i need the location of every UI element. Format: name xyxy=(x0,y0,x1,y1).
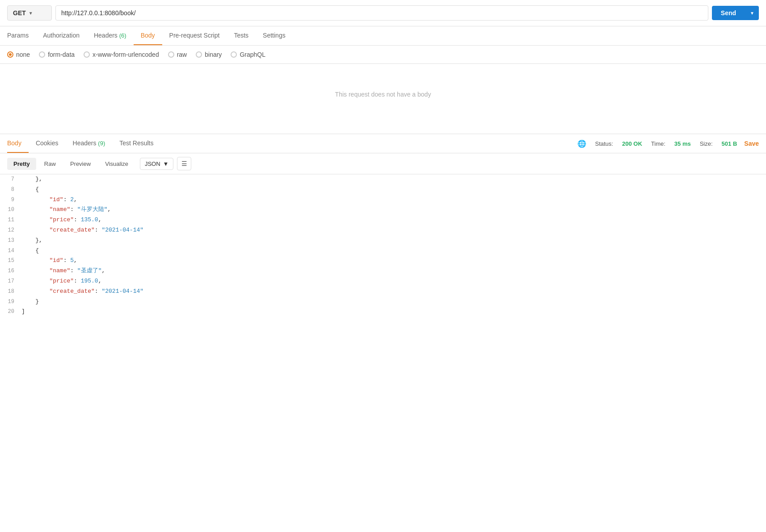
line-num-9: 9 xyxy=(0,196,21,204)
size-label: Size: xyxy=(700,140,713,147)
tab-tests[interactable]: Tests xyxy=(227,26,256,45)
tab-prerequest[interactable]: Pre-request Script xyxy=(162,26,227,45)
line-content-7: }, xyxy=(21,175,766,184)
radio-graphql-circle xyxy=(231,51,237,58)
json-line-7: 7 }, xyxy=(0,174,766,185)
line-num-18: 18 xyxy=(0,287,21,296)
fmt-tab-visualize[interactable]: Visualize xyxy=(99,158,135,170)
radio-form-data-label: form-data xyxy=(48,51,75,58)
json-line-18: 18 "create_date": "2021-04-14" xyxy=(0,287,766,297)
tab-body[interactable]: Body xyxy=(134,26,162,45)
line-num-20: 20 xyxy=(0,308,21,316)
radio-urlencoded[interactable]: x-www-form-urlencoded xyxy=(84,51,159,58)
request-tabs: Params Authorization Headers (6) Body Pr… xyxy=(0,26,766,46)
radio-raw[interactable]: raw xyxy=(168,51,187,58)
format-select-label: JSON xyxy=(145,160,160,167)
tab-settings[interactable]: Settings xyxy=(256,26,293,45)
line-content-9: "id": 2, xyxy=(21,195,766,205)
json-line-17: 17 "price": 195.0, xyxy=(0,276,766,287)
tab-prerequest-label: Pre-request Script xyxy=(169,32,220,39)
line-content-16: "name": "圣虚了", xyxy=(21,266,766,276)
tab-headers[interactable]: Headers (6) xyxy=(87,26,134,45)
resp-tab-test-results-label: Test Results xyxy=(119,139,153,147)
tab-params[interactable]: Params xyxy=(7,26,36,45)
fmt-tab-pretty[interactable]: Pretty xyxy=(7,158,36,170)
radio-graphql[interactable]: GraphQL xyxy=(231,51,265,58)
json-line-20: 20 ] xyxy=(0,307,766,317)
json-line-13: 13 }, xyxy=(0,236,766,246)
line-num-11: 11 xyxy=(0,216,21,224)
json-line-12: 12 "create_date": "2021-04-14" xyxy=(0,225,766,236)
line-content-18: "create_date": "2021-04-14" xyxy=(21,287,766,296)
line-content-17: "price": 195.0, xyxy=(21,277,766,286)
radio-graphql-label: GraphQL xyxy=(240,51,265,58)
resp-tab-body-label: Body xyxy=(7,139,21,147)
line-num-8: 8 xyxy=(0,186,21,194)
resp-tab-test-results[interactable]: Test Results xyxy=(112,134,160,153)
radio-form-data[interactable]: form-data xyxy=(39,51,75,58)
line-num-16: 16 xyxy=(0,267,21,275)
radio-binary-label: binary xyxy=(205,51,222,58)
fmt-preview-label: Preview xyxy=(70,160,91,167)
resp-headers-badge: (9) xyxy=(98,140,105,147)
format-toolbar: Pretty Raw Preview Visualize JSON ▼ ☰ xyxy=(0,153,766,174)
json-line-15: 15 "id": 5, xyxy=(0,256,766,266)
fmt-tab-raw[interactable]: Raw xyxy=(38,158,62,170)
line-content-19: } xyxy=(21,297,766,307)
radio-raw-label: raw xyxy=(177,51,187,58)
method-select[interactable]: GET ▼ xyxy=(7,5,52,21)
fmt-pretty-label: Pretty xyxy=(13,160,30,167)
format-select[interactable]: JSON ▼ xyxy=(140,158,174,170)
line-content-12: "create_date": "2021-04-14" xyxy=(21,226,766,235)
time-label: Time: xyxy=(651,140,665,147)
line-content-8: { xyxy=(21,185,766,194)
radio-none[interactable]: none xyxy=(7,51,30,58)
json-line-11: 11 "price": 135.0, xyxy=(0,215,766,225)
send-arrow-icon[interactable]: ▼ xyxy=(745,11,759,16)
radio-binary[interactable]: binary xyxy=(196,51,222,58)
radio-raw-circle xyxy=(168,51,174,58)
json-line-9: 9 "id": 2, xyxy=(0,195,766,205)
line-content-10: "name": "斗罗大陆", xyxy=(21,205,766,215)
line-num-14: 14 xyxy=(0,247,21,255)
resp-tab-body[interactable]: Body xyxy=(7,134,29,153)
tab-headers-label: Headers xyxy=(94,32,119,39)
json-line-14: 14 { xyxy=(0,246,766,256)
json-line-16: 16 "name": "圣虚了", xyxy=(0,266,766,276)
line-num-7: 7 xyxy=(0,175,21,184)
line-content-11: "price": 135.0, xyxy=(21,215,766,225)
send-button[interactable]: Send ▼ xyxy=(712,6,759,20)
tab-tests-label: Tests xyxy=(234,32,248,39)
wrap-button[interactable]: ☰ xyxy=(177,157,191,170)
response-section: Body Cookies Headers (9) Test Results 🌐 … xyxy=(0,134,766,317)
line-num-19: 19 xyxy=(0,298,21,306)
line-num-12: 12 xyxy=(0,226,21,235)
url-input[interactable] xyxy=(55,5,708,21)
method-chevron-icon: ▼ xyxy=(29,11,33,16)
radio-urlencoded-label: x-www-form-urlencoded xyxy=(93,51,159,58)
radio-none-label: none xyxy=(16,51,30,58)
tab-params-label: Params xyxy=(7,32,29,39)
fmt-tab-preview[interactable]: Preview xyxy=(64,158,97,170)
line-content-13: }, xyxy=(21,236,766,245)
json-line-10: 10 "name": "斗罗大陆", xyxy=(0,205,766,215)
tab-authorization[interactable]: Authorization xyxy=(36,26,87,45)
status-label: Status: xyxy=(595,140,613,147)
resp-tab-headers-label: Headers xyxy=(73,139,98,147)
tab-body-label: Body xyxy=(141,32,155,39)
send-button-label: Send xyxy=(712,9,745,17)
resp-tab-headers[interactable]: Headers (9) xyxy=(66,134,113,153)
resp-tab-cookies[interactable]: Cookies xyxy=(29,134,66,153)
resp-tab-cookies-label: Cookies xyxy=(36,139,59,147)
radio-binary-circle xyxy=(196,51,202,58)
method-label: GET xyxy=(13,9,26,17)
size-value: 501 B xyxy=(722,140,737,147)
tab-authorization-label: Authorization xyxy=(43,32,80,39)
line-num-10: 10 xyxy=(0,206,21,214)
headers-badge: (6) xyxy=(119,32,126,39)
line-content-14: { xyxy=(21,246,766,256)
save-button[interactable]: Save xyxy=(737,135,759,152)
wrap-icon: ☰ xyxy=(181,160,187,167)
line-num-13: 13 xyxy=(0,236,21,245)
radio-none-circle xyxy=(7,51,13,58)
